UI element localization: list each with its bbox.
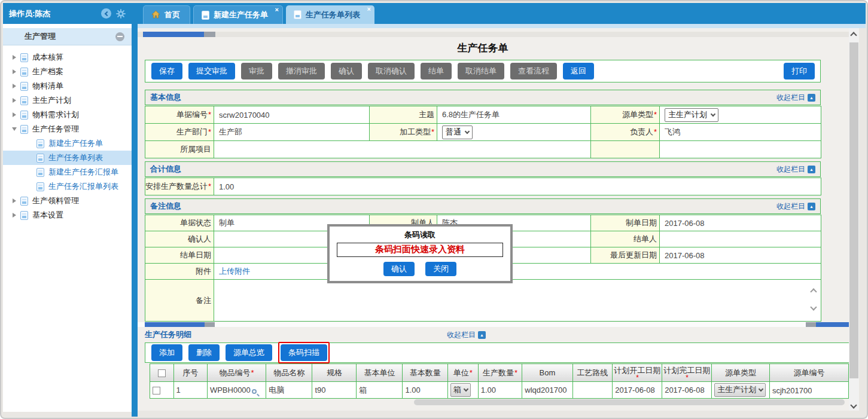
sidebar-item[interactable]: 物料需求计划	[3, 108, 132, 122]
scrollbar-button[interactable]	[806, 322, 816, 327]
scrollbar-thumb[interactable]	[143, 32, 204, 37]
barcode-input[interactable]: 条码扫面快速录入资料	[337, 243, 503, 257]
expand-arrow-icon[interactable]	[13, 98, 16, 103]
remarks-field[interactable]	[214, 280, 821, 322]
select-field[interactable]: 普通	[442, 126, 473, 139]
field-value[interactable]: 1.00	[214, 178, 821, 195]
select-field[interactable]: 箱	[450, 383, 471, 397]
scrollbar-thumb[interactable]	[145, 322, 205, 327]
table-cell[interactable]	[572, 382, 613, 399]
toolbar-button[interactable]: 确认	[331, 63, 362, 79]
toolbar-button[interactable]: 提交审批	[188, 63, 235, 79]
field-value[interactable]: 飞鸿	[660, 124, 821, 141]
expand-arrow-icon[interactable]	[13, 55, 16, 60]
sidebar-item[interactable]: 生产任务汇报单列表	[3, 179, 132, 194]
collapse-section-link[interactable]: 收起栏目▲	[776, 201, 815, 212]
close-tab-icon[interactable]: ×	[367, 6, 371, 13]
collapse-section-link[interactable]: 收起栏目▲	[776, 164, 815, 175]
expand-arrow-icon[interactable]	[13, 84, 16, 88]
collapse-panel-icon[interactable]	[115, 32, 124, 41]
collapse-up-icon: ▲	[478, 331, 486, 339]
select-field[interactable]: 主生产计划	[665, 108, 718, 122]
field-value[interactable]: 6.8的生产任务单	[437, 106, 591, 124]
toolbar-button[interactable]: 返回	[563, 63, 594, 79]
scrollbar-button[interactable]	[204, 32, 215, 37]
expand-arrow-icon[interactable]	[13, 198, 16, 203]
sidebar-splitter[interactable]	[132, 3, 138, 417]
toolbar-button[interactable]: 取消确认	[368, 63, 415, 79]
close-button[interactable]: 关闭	[425, 262, 456, 276]
confirm-button[interactable]: 确认	[383, 262, 415, 276]
top-horizontal-scrollbar[interactable]	[138, 32, 849, 37]
table-cell[interactable]: 电脑	[266, 382, 312, 399]
toolbar-button[interactable]: 查看流程	[510, 63, 557, 79]
close-tab-icon[interactable]: ×	[275, 7, 279, 13]
search-icon[interactable]	[252, 389, 257, 394]
settings-gear-icon[interactable]	[116, 9, 126, 19]
scroll-down-icon[interactable]	[810, 304, 817, 310]
scroll-up-icon[interactable]	[850, 32, 857, 38]
table-cell[interactable]: 2017-06-08	[662, 382, 712, 399]
field-label: 制单日期	[591, 215, 660, 231]
field-value[interactable]: 2017-06-08	[660, 215, 821, 231]
sidebar-item[interactable]: 生产领料管理	[3, 194, 132, 208]
toolbar-button[interactable]: 审批	[241, 63, 272, 79]
sidebar-item[interactable]: 新建生产任务汇报单	[3, 165, 132, 179]
sidebar-item[interactable]: 基本设置	[3, 208, 132, 222]
tab-0[interactable]: 首页	[143, 5, 190, 24]
field-label-text: 负责人	[630, 127, 653, 136]
toolbar-button[interactable]: 撤消审批	[278, 63, 325, 79]
vertical-scrollbar[interactable]	[849, 28, 859, 411]
table-cell[interactable]: scjh201700	[769, 382, 848, 399]
table-cell[interactable]: 1.00	[478, 382, 522, 399]
table-cell[interactable]: 1.00	[403, 382, 447, 399]
scrollbar-thumb[interactable]	[816, 322, 849, 327]
field-value[interactable]	[214, 141, 591, 158]
scrollbar-button[interactable]	[205, 322, 215, 327]
field-value[interactable]	[660, 231, 821, 247]
field-value[interactable]: 生产部	[214, 124, 370, 141]
collapse-section-link[interactable]: 收起栏目▲	[447, 330, 486, 340]
table-cell[interactable]: 2017-06-08	[613, 382, 662, 399]
toolbar-button[interactable]: 结单	[421, 63, 452, 79]
scroll-down-icon[interactable]	[850, 402, 857, 408]
expand-arrow-icon[interactable]	[13, 69, 16, 74]
expand-arrow-icon[interactable]	[13, 112, 16, 117]
toolbar-button[interactable]: 取消结单	[458, 63, 504, 79]
bottom-horizontal-scrollbar-thumb[interactable]	[414, 399, 845, 405]
middle-horizontal-scrollbar[interactable]	[138, 322, 849, 327]
collapse-sidebar-icon[interactable]	[101, 8, 111, 19]
field-value[interactable]: 2017-06-08	[660, 247, 821, 264]
sidebar-item[interactable]: 生产任务单列表	[3, 151, 132, 165]
field-value[interactable]: scrw20170040	[214, 106, 370, 124]
detail-button[interactable]: 条码扫描	[281, 344, 327, 361]
collapse-arrow-icon[interactable]	[12, 127, 17, 131]
print-button[interactable]: 打印	[784, 63, 815, 79]
table-cell[interactable]: t90	[312, 382, 357, 399]
sidebar-item[interactable]: 生产任务管理	[3, 122, 132, 136]
item-code-cell[interactable]: WPBH0000	[207, 382, 266, 399]
sidebar-item[interactable]: 生产档案	[3, 65, 132, 79]
table-cell[interactable]: 箱	[357, 382, 403, 399]
scroll-up-icon[interactable]	[810, 288, 817, 295]
sidebar-item[interactable]: 物料清单	[3, 79, 132, 93]
tab-1[interactable]: 新建生产任务单×	[193, 5, 283, 24]
detail-button[interactable]: 删除	[188, 344, 220, 361]
tab-active[interactable]: 生产任务单列表×	[286, 5, 374, 24]
vertical-scrollbar-thumb[interactable]	[849, 42, 858, 378]
sidebar-item[interactable]: 新建生产任务单	[3, 136, 132, 151]
collapse-section-link[interactable]: 收起栏目▲	[776, 93, 815, 103]
toolbar-button[interactable]: 保存	[151, 63, 182, 79]
sidebar-item[interactable]: 成本核算	[3, 50, 132, 65]
field-value[interactable]	[660, 141, 821, 158]
row-checkbox[interactable]	[153, 387, 160, 394]
expand-arrow-icon[interactable]	[13, 213, 16, 218]
table-cell[interactable]: wlqd201700	[522, 382, 572, 399]
select-field[interactable]: 主生产计划	[714, 383, 766, 397]
detail-button[interactable]: 添加	[151, 344, 182, 361]
sidebar-item[interactable]: 主生产计划	[3, 93, 132, 108]
detail-button[interactable]: 源单总览	[226, 344, 272, 361]
select-all-checkbox[interactable]	[158, 369, 166, 377]
upload-attachment-link[interactable]: 上传附件	[219, 267, 250, 276]
sidebar-panel-title[interactable]: 生产管理	[3, 28, 132, 45]
